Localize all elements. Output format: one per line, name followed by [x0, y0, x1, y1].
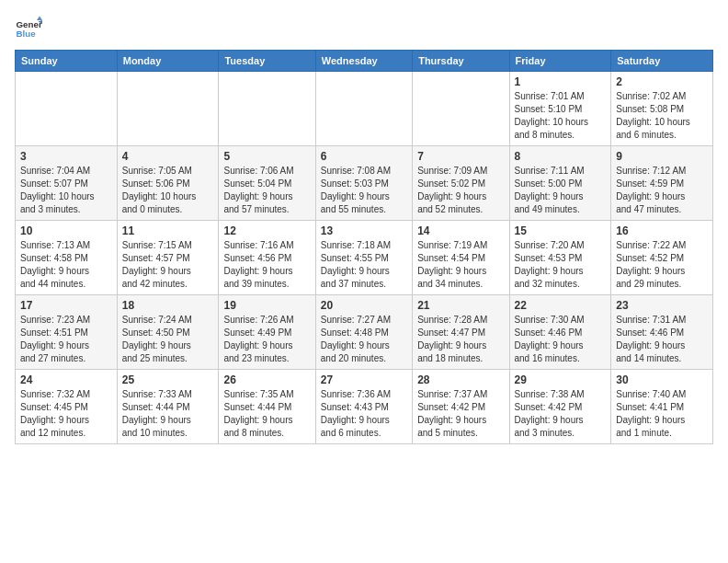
day-info: Sunrise: 7:33 AM Sunset: 4:44 PM Dayligh…	[122, 388, 214, 440]
calendar-table: SundayMondayTuesdayWednesdayThursdayFrid…	[15, 50, 713, 444]
day-info: Sunrise: 7:32 AM Sunset: 4:45 PM Dayligh…	[20, 388, 112, 440]
day-info: Sunrise: 7:35 AM Sunset: 4:44 PM Dayligh…	[223, 388, 310, 440]
weekday-header-tuesday: Tuesday	[219, 51, 315, 72]
logo: General Blue	[15, 15, 42, 42]
calendar-cell: 19Sunrise: 7:26 AM Sunset: 4:49 PM Dayli…	[219, 295, 315, 370]
day-info: Sunrise: 7:05 AM Sunset: 5:06 PM Dayligh…	[122, 165, 214, 216]
svg-marker-2	[37, 17, 42, 21]
calendar-cell: 5Sunrise: 7:06 AM Sunset: 5:04 PM Daylig…	[219, 146, 315, 221]
weekday-header-saturday: Saturday	[611, 51, 713, 72]
calendar-cell: 11Sunrise: 7:15 AM Sunset: 4:57 PM Dayli…	[117, 221, 219, 295]
calendar-cell: 28Sunrise: 7:37 AM Sunset: 4:42 PM Dayli…	[413, 370, 509, 444]
day-number: 4	[122, 150, 214, 163]
day-info: Sunrise: 7:38 AM Sunset: 4:42 PM Dayligh…	[515, 388, 607, 440]
calendar-cell: 15Sunrise: 7:20 AM Sunset: 4:53 PM Dayli…	[509, 221, 611, 295]
day-number: 28	[417, 373, 504, 386]
day-info: Sunrise: 7:02 AM Sunset: 5:08 PM Dayligh…	[616, 90, 708, 142]
day-number: 15	[515, 224, 607, 237]
day-info: Sunrise: 7:40 AM Sunset: 4:41 PM Dayligh…	[616, 388, 708, 440]
day-info: Sunrise: 7:24 AM Sunset: 4:50 PM Dayligh…	[122, 314, 214, 365]
calendar-week-1: 1Sunrise: 7:01 AM Sunset: 5:10 PM Daylig…	[16, 72, 713, 146]
page-header: General Blue	[15, 15, 713, 42]
calendar-cell: 7Sunrise: 7:09 AM Sunset: 5:02 PM Daylig…	[413, 146, 509, 221]
svg-text:General: General	[17, 19, 43, 29]
day-info: Sunrise: 7:15 AM Sunset: 4:57 PM Dayligh…	[122, 239, 214, 291]
calendar-cell	[117, 72, 219, 146]
weekday-header-thursday: Thursday	[413, 51, 509, 72]
day-number: 30	[616, 373, 708, 386]
day-info: Sunrise: 7:31 AM Sunset: 4:46 PM Dayligh…	[616, 314, 708, 365]
day-info: Sunrise: 7:18 AM Sunset: 4:55 PM Dayligh…	[321, 239, 407, 291]
day-number: 18	[122, 299, 214, 312]
day-number: 24	[20, 373, 112, 386]
calendar-cell: 13Sunrise: 7:18 AM Sunset: 4:55 PM Dayli…	[315, 221, 412, 295]
calendar-cell: 10Sunrise: 7:13 AM Sunset: 4:58 PM Dayli…	[16, 221, 118, 295]
day-number: 16	[616, 224, 708, 237]
weekday-header-monday: Monday	[117, 51, 219, 72]
day-info: Sunrise: 7:11 AM Sunset: 5:00 PM Dayligh…	[515, 165, 607, 216]
logo-icon: General Blue	[15, 15, 42, 42]
calendar-week-5: 24Sunrise: 7:32 AM Sunset: 4:45 PM Dayli…	[16, 370, 713, 444]
weekday-header-friday: Friday	[509, 51, 611, 72]
day-info: Sunrise: 7:04 AM Sunset: 5:07 PM Dayligh…	[20, 165, 112, 216]
calendar-cell: 1Sunrise: 7:01 AM Sunset: 5:10 PM Daylig…	[509, 72, 611, 146]
calendar-cell	[16, 72, 118, 146]
svg-text:Blue: Blue	[17, 29, 37, 39]
day-info: Sunrise: 7:28 AM Sunset: 4:47 PM Dayligh…	[417, 314, 504, 365]
day-number: 6	[321, 150, 407, 163]
day-number: 26	[223, 373, 310, 386]
weekday-header-sunday: Sunday	[16, 51, 118, 72]
calendar-cell: 18Sunrise: 7:24 AM Sunset: 4:50 PM Dayli…	[117, 295, 219, 370]
day-info: Sunrise: 7:08 AM Sunset: 5:03 PM Dayligh…	[321, 165, 407, 216]
calendar-cell: 22Sunrise: 7:30 AM Sunset: 4:46 PM Dayli…	[509, 295, 611, 370]
calendar-cell: 25Sunrise: 7:33 AM Sunset: 4:44 PM Dayli…	[117, 370, 219, 444]
day-info: Sunrise: 7:13 AM Sunset: 4:58 PM Dayligh…	[20, 239, 112, 291]
calendar-cell: 26Sunrise: 7:35 AM Sunset: 4:44 PM Dayli…	[219, 370, 315, 444]
calendar-cell: 20Sunrise: 7:27 AM Sunset: 4:48 PM Dayli…	[315, 295, 412, 370]
day-info: Sunrise: 7:27 AM Sunset: 4:48 PM Dayligh…	[321, 314, 407, 365]
day-number: 10	[20, 224, 112, 237]
day-number: 8	[515, 150, 607, 163]
day-info: Sunrise: 7:23 AM Sunset: 4:51 PM Dayligh…	[20, 314, 112, 365]
calendar-cell: 30Sunrise: 7:40 AM Sunset: 4:41 PM Dayli…	[611, 370, 713, 444]
day-info: Sunrise: 7:26 AM Sunset: 4:49 PM Dayligh…	[223, 314, 310, 365]
day-number: 21	[417, 299, 504, 312]
day-number: 19	[223, 299, 310, 312]
calendar-cell	[315, 72, 412, 146]
day-number: 2	[616, 75, 708, 88]
day-number: 20	[321, 299, 407, 312]
day-info: Sunrise: 7:09 AM Sunset: 5:02 PM Dayligh…	[417, 165, 504, 216]
calendar-cell: 29Sunrise: 7:38 AM Sunset: 4:42 PM Dayli…	[509, 370, 611, 444]
calendar-cell: 12Sunrise: 7:16 AM Sunset: 4:56 PM Dayli…	[219, 221, 315, 295]
calendar-cell: 14Sunrise: 7:19 AM Sunset: 4:54 PM Dayli…	[413, 221, 509, 295]
calendar-cell: 2Sunrise: 7:02 AM Sunset: 5:08 PM Daylig…	[611, 72, 713, 146]
day-number: 14	[417, 224, 504, 237]
day-info: Sunrise: 7:16 AM Sunset: 4:56 PM Dayligh…	[223, 239, 310, 291]
calendar-cell: 8Sunrise: 7:11 AM Sunset: 5:00 PM Daylig…	[509, 146, 611, 221]
day-number: 13	[321, 224, 407, 237]
calendar-week-3: 10Sunrise: 7:13 AM Sunset: 4:58 PM Dayli…	[16, 221, 713, 295]
calendar-cell: 23Sunrise: 7:31 AM Sunset: 4:46 PM Dayli…	[611, 295, 713, 370]
day-info: Sunrise: 7:20 AM Sunset: 4:53 PM Dayligh…	[515, 239, 607, 291]
day-info: Sunrise: 7:22 AM Sunset: 4:52 PM Dayligh…	[616, 239, 708, 291]
day-number: 25	[122, 373, 214, 386]
weekday-header-wednesday: Wednesday	[315, 51, 412, 72]
calendar-cell: 6Sunrise: 7:08 AM Sunset: 5:03 PM Daylig…	[315, 146, 412, 221]
day-number: 17	[20, 299, 112, 312]
calendar-cell: 24Sunrise: 7:32 AM Sunset: 4:45 PM Dayli…	[16, 370, 118, 444]
day-number: 27	[321, 373, 407, 386]
day-number: 12	[223, 224, 310, 237]
day-info: Sunrise: 7:30 AM Sunset: 4:46 PM Dayligh…	[515, 314, 607, 365]
day-number: 22	[515, 299, 607, 312]
calendar-cell: 3Sunrise: 7:04 AM Sunset: 5:07 PM Daylig…	[16, 146, 118, 221]
day-info: Sunrise: 7:12 AM Sunset: 4:59 PM Dayligh…	[616, 165, 708, 216]
calendar-cell	[219, 72, 315, 146]
calendar-cell: 4Sunrise: 7:05 AM Sunset: 5:06 PM Daylig…	[117, 146, 219, 221]
day-number: 9	[616, 150, 708, 163]
day-number: 23	[616, 299, 708, 312]
day-info: Sunrise: 7:19 AM Sunset: 4:54 PM Dayligh…	[417, 239, 504, 291]
day-number: 3	[20, 150, 112, 163]
calendar-cell	[413, 72, 509, 146]
day-number: 11	[122, 224, 214, 237]
day-info: Sunrise: 7:06 AM Sunset: 5:04 PM Dayligh…	[223, 165, 310, 216]
